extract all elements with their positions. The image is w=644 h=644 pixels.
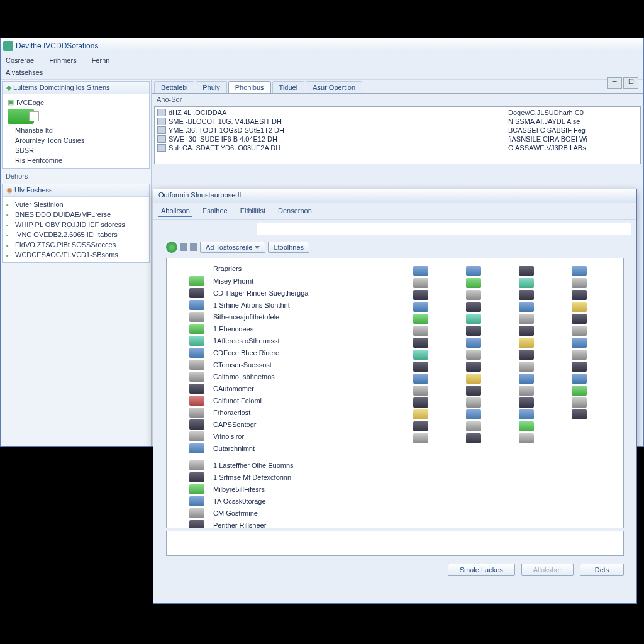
grid-icon[interactable]	[572, 374, 587, 384]
dialog-tab-2[interactable]: Eithilitist	[238, 206, 268, 217]
grid-icon[interactable]	[466, 266, 481, 276]
data-list[interactable]: dHZ 4LI.OCIDDAASME -BLOCOT 10G. V4.BAESI…	[154, 106, 641, 164]
tree-item[interactable]: Arournley Toon Cusies	[5, 135, 147, 145]
grid-icon[interactable]	[466, 338, 481, 348]
category-item[interactable]: 1 Lasteffher Olhe Euomns	[174, 459, 401, 471]
maximize-button[interactable]: ☐	[623, 77, 638, 89]
grid-icon[interactable]	[519, 409, 534, 419]
category-item[interactable]: Vrinoisiror	[174, 430, 401, 442]
category-item[interactable]: Outarchnimnt	[174, 442, 401, 454]
tab-2[interactable]: Phohibus	[228, 81, 271, 93]
sub-tab[interactable]: Alvatsehses	[1, 67, 643, 80]
grid-icon[interactable]	[519, 314, 534, 324]
menu-item-1[interactable]: Frihmers	[49, 57, 76, 64]
grid-icon[interactable]	[413, 314, 428, 324]
category-item[interactable]: CAPSSentogr	[174, 418, 401, 430]
lib-button[interactable]: Ltoolhnes	[268, 242, 309, 253]
grid-icon[interactable]	[519, 397, 534, 408]
grid-icon[interactable]	[466, 290, 481, 300]
category-item[interactable]: TA Ocssk0torage	[174, 495, 401, 507]
grid-icon[interactable]	[519, 338, 534, 348]
grid-icon[interactable]	[519, 421, 534, 431]
category-item[interactable]: 1 Srfmse Mf Defexcforinn	[174, 471, 401, 483]
grid-icon[interactable]	[466, 326, 481, 336]
grid-icon[interactable]	[466, 409, 481, 419]
grid-icon[interactable]	[572, 338, 587, 348]
tree-item[interactable]: Mhanstie Itd	[5, 125, 147, 135]
list-row[interactable]: Sul: CA. SDAET YD6. O03UE2A DH	[156, 143, 507, 152]
grid-icon[interactable]	[466, 397, 481, 408]
list-row[interactable]: BCASSEI C SABSIF Feg	[507, 126, 639, 135]
grid-icon[interactable]	[519, 433, 534, 443]
list-row[interactable]: N SSMA AI.JAYDL Aise	[507, 117, 639, 126]
grid-icon[interactable]	[519, 386, 534, 396]
grid-icon[interactable]	[572, 302, 587, 312]
search-input[interactable]	[257, 223, 631, 235]
grid-icon[interactable]	[413, 409, 428, 419]
category-item[interactable]: Caitamo Isbhnetnos	[174, 370, 401, 382]
category-item[interactable]: CD Tlager Rinoer Suegthergga	[174, 287, 401, 299]
grid-icon[interactable]	[466, 421, 481, 431]
tree-item[interactable]: ▪FIdVO.ZTSC.PiBt SOSSSrocces	[5, 240, 147, 250]
category-item[interactable]: 1Afferees oSthermsst	[174, 335, 401, 347]
grid-icon[interactable]	[413, 433, 428, 443]
grid-icon[interactable]	[466, 350, 481, 360]
grid-icon[interactable]	[413, 290, 428, 300]
grid-icon[interactable]	[519, 374, 534, 384]
grid-icon[interactable]	[466, 362, 481, 372]
category-item[interactable]: Sithenceajufithetofelel	[174, 311, 401, 323]
grid-icon[interactable]	[413, 350, 428, 360]
category-item[interactable]: CM Gosfrmine	[174, 507, 401, 519]
tab-4[interactable]: Asur Opertion	[306, 81, 362, 93]
save-button[interactable]: Smale Lackes	[448, 564, 515, 576]
grid-icon[interactable]	[413, 302, 428, 312]
grid-icon[interactable]	[572, 350, 587, 360]
tool-icon[interactable]	[190, 243, 197, 251]
grid-icon[interactable]	[413, 397, 428, 408]
tree-item[interactable]: ▪WHIP PL OBV RO.IJID IEF sdoress	[5, 219, 147, 230]
tab-0[interactable]: Bettaleix	[154, 81, 194, 93]
category-item[interactable]: Perither Rillsheer	[174, 519, 401, 528]
grid-icon[interactable]	[519, 266, 534, 276]
category-item[interactable]: CDEece Bhee Rinere	[174, 347, 401, 358]
tree-item[interactable]: ▪WCDCESAOG/EI.VCD1-SBsoms	[5, 250, 147, 260]
grid-icon[interactable]	[572, 409, 587, 419]
grid-icon[interactable]	[519, 350, 534, 360]
grid-icon[interactable]	[572, 386, 587, 396]
grid-icon[interactable]	[413, 374, 428, 384]
tree-item[interactable]: SBSR	[5, 145, 147, 155]
category-item[interactable]: 1 Srhine.Aitrons Slonthnt	[174, 299, 401, 311]
list-row[interactable]: SME -BLOCOT 10G. V4.BAESIT DH	[156, 117, 507, 126]
grid-icon[interactable]	[519, 302, 534, 312]
list-row[interactable]: Dogev/C.JLSUDharh C0	[507, 108, 639, 117]
grid-icon[interactable]	[466, 278, 481, 288]
tool-icon[interactable]	[180, 243, 187, 251]
grid-icon[interactable]	[572, 314, 587, 324]
list-row[interactable]: YME .36. TODT 1OGsD SUtE1T2 DH	[156, 126, 507, 135]
tree-item-folder[interactable]	[5, 108, 147, 125]
category-item[interactable]: Milbyre5illFifesrs	[174, 483, 401, 495]
grid-icon[interactable]	[519, 278, 534, 288]
minimize-button[interactable]: ─	[607, 77, 622, 89]
tree-item[interactable]: ▪BNESIDDO DUIDAE/MFLrerse	[5, 209, 147, 219]
tree-item[interactable]: ▣IVCEoge	[5, 97, 147, 108]
tree-item[interactable]: Ris Herifcomne	[5, 155, 147, 165]
list-row[interactable]: O ASSAWE.VJ3RBII ABs	[507, 143, 639, 152]
grid-icon[interactable]	[466, 433, 481, 443]
dialog-tab-3[interactable]: Densernon	[275, 206, 314, 217]
add-button[interactable]: Ad Tostoscreile	[200, 242, 265, 253]
list-row[interactable]: SWE -30. SUDE IF6 B 4.04E12 DH	[156, 135, 507, 143]
grid-icon[interactable]	[466, 302, 481, 312]
category-item[interactable]: CAutomomer	[174, 382, 401, 394]
grid-icon[interactable]	[572, 326, 587, 336]
grid-icon[interactable]	[572, 397, 587, 408]
category-item[interactable]: 1 Ebencoees	[174, 323, 401, 335]
grid-icon[interactable]	[519, 290, 534, 300]
list-row[interactable]: fiASNSILE CIRA BOEI Wi	[507, 135, 639, 143]
grid-icon[interactable]	[413, 266, 428, 276]
close-button[interactable]: Dets	[580, 564, 624, 576]
grid-icon[interactable]	[519, 362, 534, 372]
tree-item[interactable]: ▪Vuter Slestinion	[5, 199, 147, 209]
grid-icon[interactable]	[413, 386, 428, 396]
grid-icon[interactable]	[572, 278, 587, 288]
